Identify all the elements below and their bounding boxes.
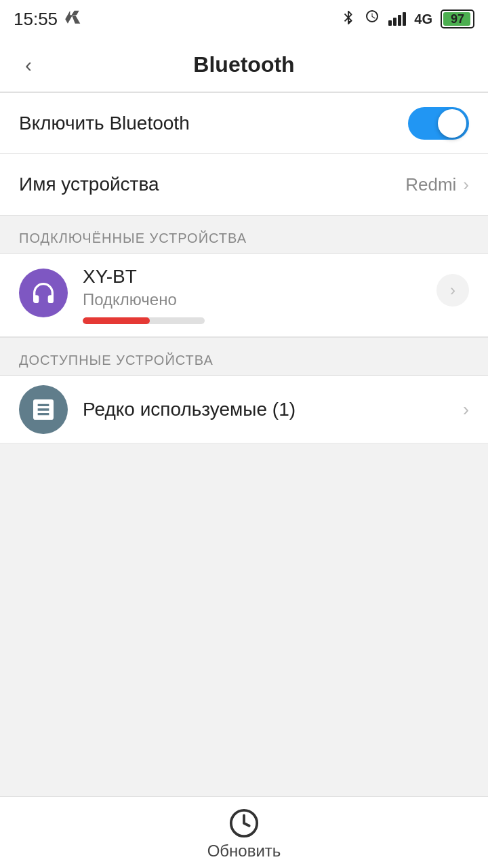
bluetooth-toggle[interactable] [408,107,469,140]
available-device-row[interactable]: Редко используемые (1) › [0,376,488,443]
back-button[interactable]: ‹ [14,50,43,80]
signal-icon [388,12,406,26]
available-device-name: Редко используемые (1) [83,399,463,420]
device-name-row[interactable]: Имя устройства Redmi › [0,154,488,215]
device-name-label: Имя устройства [19,174,159,195]
empty-area [0,443,488,796]
bottom-bar[interactable]: Обновить [0,796,488,868]
connected-section-label: ПОДКЛЮЧЁННЫЕ УСТРОЙСТВА [19,231,247,245]
battery-indicator: 97 [441,9,474,28]
device-battery-fill [83,317,150,324]
device-name-value: Redmi [405,174,456,195]
connected-device-name: XY-BT [83,266,436,288]
bluetooth-toggle-row[interactable]: Включить Bluetooth [0,93,488,154]
bluetooth-toggle-label: Включить Bluetooth [19,113,190,134]
toggle-thumb [438,109,466,138]
connected-device-info: XY-BT Подключено [83,266,436,336]
network-label: 4G [414,12,432,27]
refresh-icon-wrap [228,808,260,839]
connected-device-icon [19,269,68,317]
status-bar: 15:55 4G 9 [0,0,488,38]
connected-device-chevron-btn[interactable]: › [436,274,469,307]
refresh-button-label: Обновить [207,842,281,861]
status-time: 15:55 [14,9,58,30]
drive-icon [64,8,82,30]
connected-device-chevron-icon: › [450,281,455,300]
status-left: 15:55 [14,8,82,30]
connected-section-header: ПОДКЛЮЧЁННЫЕ УСТРОЙСТВА [0,215,488,254]
device-battery-bar [83,317,205,324]
status-right: 4G 97 [341,8,474,30]
page-header: ‹ Bluetooth [0,38,488,92]
available-section-label: ДОСТУПНЫЕ УСТРОЙСТВА [19,353,214,368]
back-arrow-icon: ‹ [25,54,32,77]
available-device-icon [19,385,68,434]
page-title: Bluetooth [43,52,445,77]
device-name-chevron-icon: › [463,174,469,195]
available-section-header: ДОСТУПНЫЕ УСТРОЙСТВА [0,337,488,376]
connected-device-row[interactable]: XY-BT Подключено › [0,254,488,337]
connected-device-status: Подключено [83,290,436,309]
device-name-right: Redmi › [405,174,469,195]
bluetooth-status-icon [341,8,356,30]
available-device-chevron-icon: › [463,399,469,420]
alarm-icon [364,9,380,29]
